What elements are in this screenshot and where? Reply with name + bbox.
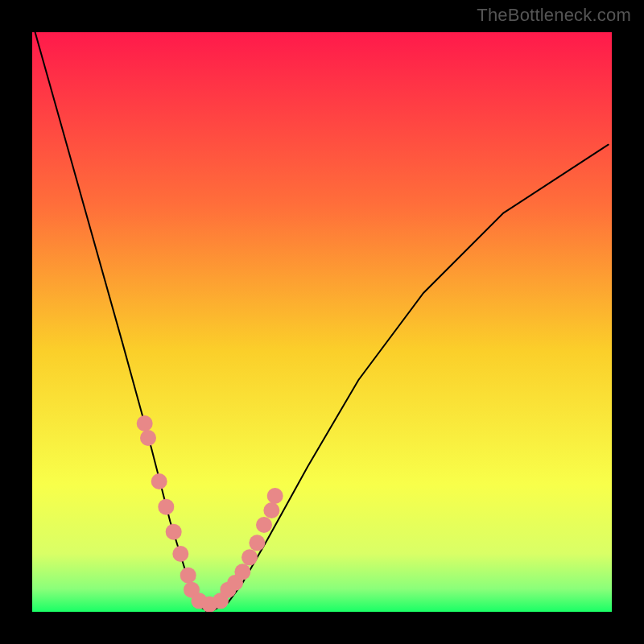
highlight-dot	[140, 430, 156, 446]
highlight-dot	[256, 517, 272, 533]
highlight-dot	[180, 568, 196, 584]
highlight-dot	[242, 549, 258, 565]
chart-frame: TheBottleneck.com	[0, 0, 644, 644]
highlight-dot	[249, 535, 265, 551]
curves-layer	[32, 32, 612, 612]
highlight-dot	[166, 524, 182, 540]
highlight-dot	[172, 546, 188, 562]
plot-area	[32, 32, 612, 612]
highlight-dot	[151, 473, 167, 489]
curve-right-curve	[206, 145, 609, 612]
curve-left-curve	[35, 32, 206, 611]
highlight-dot	[158, 499, 174, 515]
watermark-text: TheBottleneck.com	[477, 5, 631, 26]
highlight-dot	[263, 502, 279, 518]
highlight-dot	[267, 488, 283, 504]
highlight-dot	[234, 564, 250, 580]
highlight-dot	[137, 415, 153, 431]
